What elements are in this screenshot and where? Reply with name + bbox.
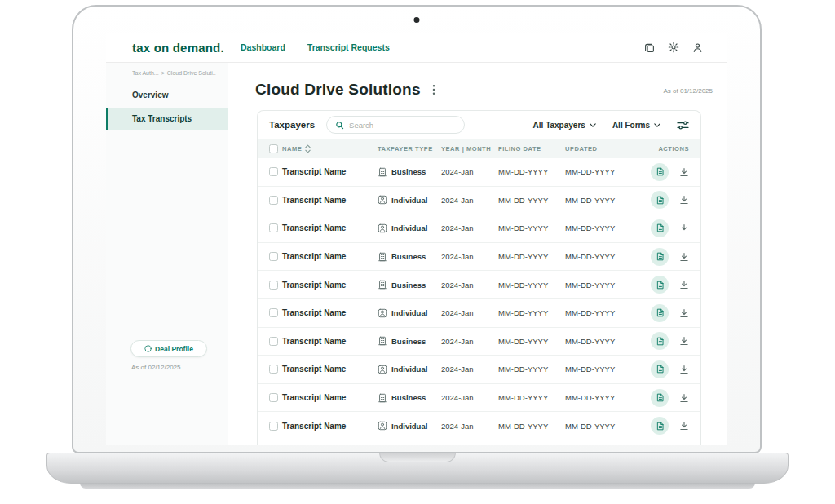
column-name-sort[interactable]: NAME xyxy=(282,144,378,153)
search-input[interactable] xyxy=(349,121,456,130)
nav-dashboard[interactable]: Dashboard xyxy=(241,42,285,52)
individual-icon xyxy=(378,365,387,374)
download-button[interactable] xyxy=(679,252,689,262)
column-filing-date: FILING DATE xyxy=(498,145,565,153)
download-button[interactable] xyxy=(679,308,689,318)
row-year-month: 2024-Jan xyxy=(441,252,498,261)
row-type: Business xyxy=(378,280,441,290)
download-button[interactable] xyxy=(679,365,689,374)
row-name[interactable]: Transcript Name xyxy=(282,308,378,317)
sidebar-item-tax-transcripts[interactable]: Tax Transcripts xyxy=(106,108,228,130)
breadcrumb[interactable]: Tax Auth...>Cloud Drive Soluti.. xyxy=(132,70,223,76)
view-transcript-button[interactable] xyxy=(651,248,669,266)
row-filing-date: MM-DD-YYYY xyxy=(498,252,565,261)
row-updated: MM-DD-YYYY xyxy=(565,196,643,205)
download-button[interactable] xyxy=(679,280,689,290)
row-filing-date: MM-DD-YYYY xyxy=(498,196,565,205)
column-updated: UPDATED xyxy=(565,145,643,153)
form-filter-dropdown[interactable]: All Forms xyxy=(612,121,660,130)
row-name[interactable]: Transcript Name xyxy=(282,281,378,290)
breadcrumb-separator: > xyxy=(161,70,165,76)
view-transcript-button[interactable] xyxy=(651,360,669,378)
row-checkbox[interactable] xyxy=(269,393,278,402)
row-checkbox[interactable] xyxy=(269,422,278,431)
view-transcript-button[interactable] xyxy=(651,304,669,322)
row-type: Business xyxy=(378,393,441,403)
taxpayer-filter-dropdown[interactable]: All Taxpayers xyxy=(533,121,596,130)
row-checkbox[interactable] xyxy=(269,167,278,176)
download-button[interactable] xyxy=(679,167,689,177)
row-filing-date: MM-DD-YYYY xyxy=(498,281,565,290)
row-actions xyxy=(643,191,689,209)
sidebar-as-of: As of 02/12/2025 xyxy=(131,364,181,371)
search-box[interactable] xyxy=(326,116,465,134)
view-transcript-button[interactable] xyxy=(651,219,669,237)
row-checkbox[interactable] xyxy=(269,308,278,317)
row-type-label: Business xyxy=(391,393,426,402)
row-name[interactable]: Transcript Name xyxy=(282,393,378,402)
laptop-screen: tax on demand. Dashboard Transcript Requ… xyxy=(106,33,727,445)
row-checkbox[interactable] xyxy=(269,252,278,261)
breadcrumb-current: Cloud Drive Soluti.. xyxy=(167,70,216,76)
row-checkbox[interactable] xyxy=(269,365,278,374)
row-name[interactable]: Transcript Name xyxy=(282,196,378,205)
kebab-menu-icon[interactable] xyxy=(432,84,435,95)
row-checkbox[interactable] xyxy=(269,223,278,232)
row-filing-date: MM-DD-YYYY xyxy=(498,223,565,232)
row-updated: MM-DD-YYYY xyxy=(565,308,643,317)
view-transcript-button[interactable] xyxy=(651,163,669,181)
row-type-label: Individual xyxy=(391,196,427,205)
main-content: Cloud Drive Solutions As of 01/12/2025 T… xyxy=(228,63,727,445)
laptop-frame: tax on demand. Dashboard Transcript Requ… xyxy=(72,5,762,453)
nav-transcript-requests[interactable]: Transcript Requests xyxy=(307,42,390,52)
page-title: Cloud Drive Solutions xyxy=(255,81,421,99)
info-icon xyxy=(144,345,152,352)
row-checkbox[interactable] xyxy=(269,196,278,205)
document-view-icon xyxy=(656,252,665,261)
row-checkbox[interactable] xyxy=(269,337,278,346)
download-button[interactable] xyxy=(679,223,689,233)
row-checkbox[interactable] xyxy=(269,281,278,290)
table-row: Transcript Name Business 2024-Jan MM-DD-… xyxy=(258,384,700,413)
document-view-icon xyxy=(656,281,665,290)
download-button[interactable] xyxy=(679,393,689,403)
page: tax on demand. Dashboard Transcript Requ… xyxy=(0,0,835,504)
row-type: Individual xyxy=(378,195,441,205)
row-name[interactable]: Transcript Name xyxy=(282,167,378,176)
business-icon xyxy=(378,336,387,346)
download-button[interactable] xyxy=(679,195,689,205)
download-icon xyxy=(679,223,689,233)
row-actions xyxy=(643,389,689,407)
row-name[interactable]: Transcript Name xyxy=(282,223,378,232)
individual-icon xyxy=(378,195,387,205)
row-year-month: 2024-Jan xyxy=(441,167,498,176)
view-transcript-button[interactable] xyxy=(651,191,669,209)
view-transcript-button[interactable] xyxy=(651,389,669,407)
user-icon[interactable] xyxy=(692,42,703,53)
download-button[interactable] xyxy=(679,336,689,346)
breadcrumb-parent[interactable]: Tax Auth... xyxy=(132,70,159,76)
download-icon xyxy=(679,365,689,374)
row-updated: MM-DD-YYYY xyxy=(565,422,643,431)
table-row: Transcript Name Business 2024-Jan MM-DD-… xyxy=(258,243,700,272)
row-actions xyxy=(643,417,689,435)
row-name[interactable]: Transcript Name xyxy=(282,422,378,431)
row-name[interactable]: Transcript Name xyxy=(282,365,378,374)
sidebar-item-overview[interactable]: Overview xyxy=(106,85,228,106)
row-filing-date: MM-DD-YYYY xyxy=(498,308,565,317)
copy-icon[interactable] xyxy=(644,42,655,53)
deal-profile-button[interactable]: Deal Profile xyxy=(130,340,207,357)
row-name[interactable]: Transcript Name xyxy=(282,252,378,261)
view-transcript-button[interactable] xyxy=(651,417,669,435)
select-all-checkbox[interactable] xyxy=(269,144,278,153)
chevron-down-icon xyxy=(590,123,596,127)
table-row: Transcript Name Business 2024-Jan MM-DD-… xyxy=(258,271,700,299)
gear-icon[interactable] xyxy=(668,42,679,53)
table-body: Transcript Name Business 2024-Jan MM-DD-… xyxy=(258,158,700,440)
view-transcript-button[interactable] xyxy=(651,332,669,350)
row-name[interactable]: Transcript Name xyxy=(282,337,378,346)
view-transcript-button[interactable] xyxy=(651,276,669,294)
sliders-icon[interactable] xyxy=(677,120,689,130)
individual-icon xyxy=(378,223,387,233)
download-button[interactable] xyxy=(679,421,689,431)
